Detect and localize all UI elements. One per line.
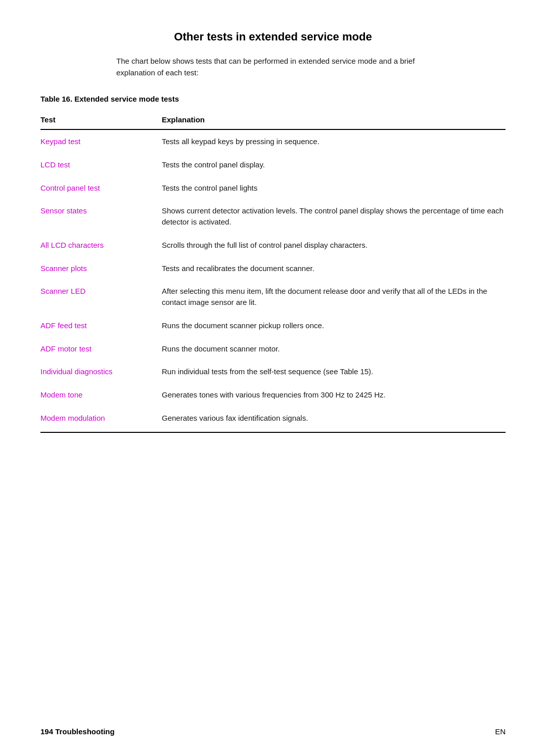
- explanation-text-8: Runs the document scanner motor.: [162, 337, 506, 361]
- page-title: Other tests in extended service mode: [40, 30, 506, 43]
- explanation-text-5: Tests and recalibrates the document scan…: [162, 257, 506, 280]
- explanation-text-4: Scrolls through the full list of control…: [162, 234, 506, 257]
- table-row: All LCD charactersScrolls through the fu…: [40, 234, 506, 257]
- explanation-text-11: Generates various fax identification sig…: [162, 407, 506, 430]
- table-header-row: Test Explanation: [40, 112, 506, 129]
- explanation-text-3: Shows current detector activation levels…: [162, 199, 506, 234]
- test-name-8: ADF motor test: [40, 337, 162, 361]
- table-row: Individual diagnosticsRun individual tes…: [40, 360, 506, 383]
- intro-text: The chart below shows tests that can be …: [116, 56, 430, 78]
- table-row: Sensor statesShows current detector acti…: [40, 199, 506, 234]
- column-header-explanation: Explanation: [162, 112, 506, 129]
- test-name-6: Scanner LED: [40, 280, 162, 314]
- explanation-text-6: After selecting this menu item, lift the…: [162, 280, 506, 314]
- explanation-text-2: Tests the control panel lights: [162, 176, 506, 200]
- test-name-2: Control panel test: [40, 176, 162, 200]
- test-name-0: Keypad test: [40, 129, 162, 153]
- test-name-7: ADF feed test: [40, 314, 162, 337]
- explanation-text-9: Run individual tests from the self-test …: [162, 360, 506, 383]
- footer-page-info: 194 Troubleshooting: [40, 727, 115, 736]
- test-name-11: Modem modulation: [40, 407, 162, 430]
- test-name-4: All LCD characters: [40, 234, 162, 257]
- test-name-9: Individual diagnostics: [40, 360, 162, 383]
- test-name-1: LCD test: [40, 153, 162, 176]
- test-name-3: Sensor states: [40, 199, 162, 234]
- explanation-text-7: Runs the document scanner pickup rollers…: [162, 314, 506, 337]
- table-row: Scanner plotsTests and recalibrates the …: [40, 257, 506, 280]
- footer-page-number: 194: [40, 727, 53, 736]
- table-row: Modem toneGenerates tones with various f…: [40, 383, 506, 407]
- table-row: Control panel testTests the control pane…: [40, 176, 506, 200]
- table-row: ADF feed testRuns the document scanner p…: [40, 314, 506, 337]
- explanation-text-1: Tests the control panel display.: [162, 153, 506, 176]
- explanation-text-0: Tests all keypad keys by pressing in seq…: [162, 129, 506, 153]
- footer: 194 Troubleshooting EN: [40, 727, 506, 736]
- footer-section: Troubleshooting: [53, 727, 115, 736]
- test-name-5: Scanner plots: [40, 257, 162, 280]
- table-row: Modem modulationGenerates various fax id…: [40, 407, 506, 430]
- table-bottom-border: [40, 432, 506, 433]
- table-row: ADF motor testRuns the document scanner …: [40, 337, 506, 361]
- table-row: LCD testTests the control panel display.: [40, 153, 506, 176]
- table-title: Table 16. Extended service mode tests: [40, 95, 506, 103]
- test-name-10: Modem tone: [40, 383, 162, 407]
- extended-service-mode-table: Test Explanation Keypad testTests all ke…: [40, 112, 506, 430]
- table-row: Scanner LEDAfter selecting this menu ite…: [40, 280, 506, 314]
- column-header-test: Test: [40, 112, 162, 129]
- table-row: Keypad testTests all keypad keys by pres…: [40, 129, 506, 153]
- page-container: Other tests in extended service mode The…: [0, 0, 546, 756]
- footer-language: EN: [495, 727, 506, 736]
- explanation-text-10: Generates tones with various frequencies…: [162, 383, 506, 407]
